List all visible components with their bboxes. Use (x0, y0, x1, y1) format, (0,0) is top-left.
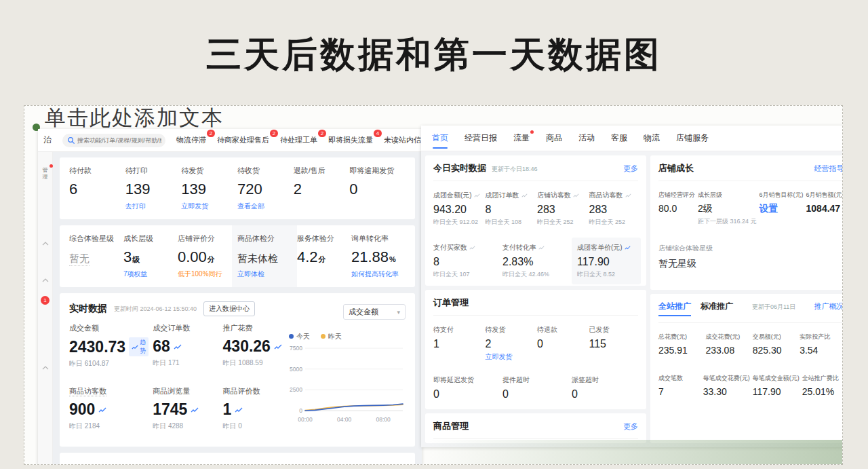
rating-card: 综合体验星级暂无 成长层级3级7项权益 店铺评价分0.00分低于100%同行 商… (60, 225, 415, 287)
search-field[interactable] (62, 134, 165, 147)
orders-row2: 即将延迟发货0 提件超时0 派签超时0 (433, 375, 638, 402)
stat-cell: 店铺访客数283昨日全天 252 (537, 191, 587, 227)
set-target-link[interactable]: 设置 (760, 203, 804, 215)
slide-background: 三天后数据和第一天数据图 单击此处添加文本 治 物流停滞2 待商家处理售后2 待… (0, 0, 868, 469)
svg-text:5000: 5000 (290, 366, 302, 373)
svg-text:7500: 7500 (290, 345, 302, 352)
mini-chart-icon (474, 193, 480, 198)
todo-cell: 待收货720查看全部 (237, 166, 294, 211)
realtime-row1: 成团金额(元)943.20昨日全天 912.02 成团订单数8昨日全天 108 … (433, 191, 638, 227)
ship-now-link[interactable]: 立即发货 (486, 352, 535, 362)
more-link[interactable]: 更多 (623, 164, 638, 174)
content-panel: 单击此处添加文本 治 物流停滞2 待商家处理售后2 待处理工单2 即将损失流量4… (24, 105, 843, 465)
promo-row2: 成交笔数7 每笔成交花费(元)33.30 每笔成交金额(元)117.90 全站推… (658, 374, 843, 399)
tab-activity[interactable]: 活动 (578, 126, 595, 151)
stat-cell: 总花费(元)235.91 (658, 333, 703, 358)
star-rating-label: 店铺综合体验星级 (658, 244, 843, 253)
line-chart: 7500 5000 2500 0 00:00 04:00 08:00 (289, 343, 406, 426)
today-realtime-card: 今日实时数据 更新于今日18:46 更多 成团金额(元)943.20昨日全天 9… (425, 155, 646, 286)
nav-item-workorder[interactable]: 待处理工单2 (280, 135, 317, 145)
stat-cell: 每笔成交花费(元)33.30 (703, 374, 750, 399)
svg-text:00:00: 00:00 (298, 416, 313, 423)
badge-count: 4 (374, 130, 382, 137)
taobao-dashboard: 治 物流停滞2 待商家处理售后2 待处理工单2 即将损失流量4 未读站内信98 … (38, 129, 422, 465)
trend-icon[interactable] (174, 343, 182, 350)
tab-customer-service[interactable]: 客服 (611, 126, 627, 151)
metric-select[interactable]: 成交金额▾ (343, 304, 406, 320)
chart-legend: 今天 昨天 (289, 332, 406, 341)
nav-item-unread-messages[interactable]: 未读站内信98 (384, 135, 421, 145)
realtime-chart-area: 成交金额▾ 今天 昨天 7500 (289, 323, 406, 431)
ship-now-link[interactable]: 立即发货 (181, 202, 237, 211)
shop-growth-card: 店铺成长经营指导 店铺经营评分80.0 成长层级2级距下一层级 316.24 元… (650, 155, 843, 290)
legend-yesterday: 昨天 (321, 332, 342, 341)
search-input[interactable] (62, 134, 165, 147)
nav-item-aftersales[interactable]: 待商家处理售后2 (217, 135, 269, 145)
trend-badge[interactable]: 趋势 (129, 337, 149, 356)
todo-card: 待付款6 待打印139去打印 待发货139立即发货 待收货720查看全部 退款/… (60, 157, 415, 219)
stat-cell: 已发货115 (589, 325, 639, 362)
chevron-up-icon[interactable] (42, 242, 49, 246)
tab-shop-service[interactable]: 店铺服务 (676, 126, 709, 151)
realtime-row2: 支付买家数8昨日全天 107 支付转化率2.83%昨日全天 42.46% 成团客… (433, 243, 638, 279)
improve-conversion-link[interactable]: 如何提高转化率 (351, 269, 406, 279)
mini-chart-icon (521, 193, 528, 198)
trend-icon[interactable] (235, 407, 243, 413)
promo-overview-link[interactable]: 推广概况 (814, 301, 843, 312)
stat-cell: 派签超时0 (572, 375, 638, 402)
business-guide-link[interactable]: 经营指导 (814, 164, 843, 174)
badge-count: 2 (207, 130, 215, 137)
promotion-card: 全站推广 标准推广 更新于06月11日 推广概况 总花费(元)235.91 成交… (650, 294, 843, 443)
tab-daily-report[interactable]: 经营日报 (465, 126, 497, 151)
mini-chart-icon (573, 193, 579, 198)
metric-cell: 商品浏览量 1745 昨日 4288 (153, 386, 218, 431)
tab-standard-promo[interactable]: 标准推广 (701, 301, 733, 312)
check-now-link[interactable]: 立即体检 (237, 269, 292, 279)
stat-cell: 6月销售额(元)1084.47 (806, 191, 843, 226)
chevron-down-icon: ▾ (397, 309, 400, 316)
tab-traffic[interactable]: 流量 (513, 126, 530, 151)
todo-cell: 待打印139去打印 (125, 166, 182, 211)
rights-link[interactable]: 7项权益 (123, 269, 178, 279)
svg-text:08:00: 08:00 (376, 416, 391, 423)
svg-text:04:00: 04:00 (337, 416, 352, 423)
data-center-button[interactable]: 进入数据中心 (203, 301, 255, 316)
rating-cell: 店铺评价分0.00分低于100%同行 (178, 233, 232, 279)
todo-cell: 即将逾期发货0 (349, 166, 406, 211)
realtime-card: 实时数据 更新时间 2024-06-12 15:50:40 进入数据中心 成交金… (60, 293, 415, 447)
stat-cell: 待支付1 (433, 325, 483, 362)
trend-icon[interactable] (98, 407, 106, 413)
nav-item-logistics-stalled[interactable]: 物流停滞2 (176, 135, 206, 145)
tab-logistics[interactable]: 物流 (644, 126, 660, 151)
svg-text:2500: 2500 (290, 386, 302, 393)
rating-cell: 综合体验星级暂无 (69, 233, 123, 279)
promo-618-card[interactable]: 618大促 (60, 453, 415, 465)
stat-cell: 成交笔数7 (658, 374, 701, 399)
stat-cell: 商品访客数283昨日全天 252 (589, 191, 639, 227)
order-management-card: 订单管理 待支付1 待发货2立即发货 待退款0 已发货115 即将延迟发货0 提… (425, 290, 646, 409)
badge-count: 2 (270, 130, 278, 137)
chevron-up-icon[interactable] (42, 366, 49, 370)
stat-cell: 成长层级2级距下一层级 316.24 元 (698, 191, 757, 226)
rating-cell: 服务体验分4.2分 (297, 233, 351, 279)
mini-chart-icon (625, 193, 631, 198)
rating-cell: 成长层级3级7项权益 (123, 233, 178, 279)
view-all-link[interactable]: 查看全部 (237, 202, 294, 211)
pdd-dashboard: 首页 经营日报 流量 商品 活动 客服 物流 店铺服务 今日实时数据 更新于今日… (421, 126, 843, 447)
orders-row1: 待支付1 待发货2立即发货 待退款0 已发货115 (433, 325, 638, 362)
left-top-nav: 治 物流停滞2 待商家处理售后2 待处理工单2 即将损失流量4 未读站内信98 … (38, 129, 422, 152)
left-sidebar: 管理 1 (38, 152, 53, 465)
stat-cell: 支付买家数8昨日全天 107 (433, 243, 500, 279)
trend-icon[interactable] (191, 407, 199, 413)
go-print-link[interactable]: 去打印 (125, 202, 182, 211)
stat-cell: 成团订单数8昨日全天 108 (486, 191, 535, 227)
metric-cell: 商品评价数 1 昨日 0 (223, 386, 289, 431)
tab-sitewide-promo[interactable]: 全站推广 (658, 301, 691, 316)
nav-item-traffic-loss[interactable]: 即将损失流量4 (328, 135, 373, 145)
tab-home[interactable]: 首页 (432, 126, 448, 151)
more-link[interactable]: 更多 (623, 421, 638, 432)
chevron-up-icon[interactable] (42, 278, 49, 282)
sidebar-item-manage[interactable]: 管理 (41, 167, 50, 181)
tab-goods[interactable]: 商品 (546, 126, 562, 151)
trend-icon[interactable] (274, 343, 282, 350)
